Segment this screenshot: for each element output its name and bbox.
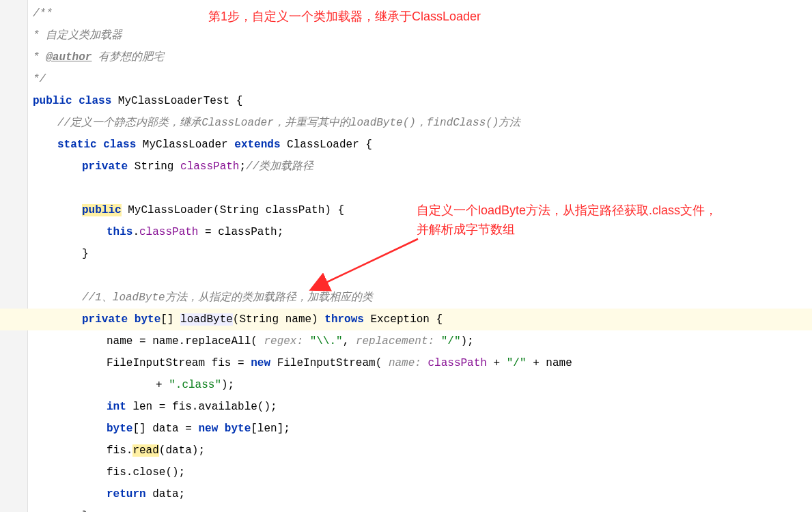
doc-comment: /** <box>33 8 53 20</box>
inner-class-declaration: static class MyClassLoader extends Class… <box>33 134 812 156</box>
code-editor[interactable]: /** * 自定义类加载器 * @author 有梦想的肥宅 */ public… <box>27 0 812 512</box>
annotation-loadbyte-1: 自定义一个loadByte方法，从指定路径获取.class文件， <box>417 202 717 219</box>
inlay-hint-regex: regex: <box>257 335 310 347</box>
author-tag: @author <box>46 51 92 63</box>
line-comment: //1、loadByte方法，从指定的类加载路径，加载相应的类 <box>82 291 373 304</box>
inlay-hint-name: name: <box>382 357 428 369</box>
inlay-hint-replacement: replacement: <box>356 335 441 347</box>
doc-comment: * 自定义类加载器 <box>33 29 122 42</box>
annotation-step1: 第1步，自定义一个类加载器，继承于ClassLoader <box>208 8 481 25</box>
line-comment: //定义一个静态内部类，继承ClassLoader，并重写其中的loadByte… <box>57 117 520 129</box>
doc-comment: * @author 有梦想的肥宅 <box>33 51 164 63</box>
gutter <box>0 0 28 512</box>
field-declaration: private String classPath;//类加载路径 <box>33 156 812 177</box>
class-declaration: public class MyClassLoaderTest { <box>33 90 812 112</box>
method-declaration-loadbyte: 💡 private byte[] loadByte(String name) t… <box>0 309 812 330</box>
doc-comment: */ <box>33 73 46 85</box>
annotation-loadbyte-2: 并解析成字节数组 <box>417 221 515 238</box>
